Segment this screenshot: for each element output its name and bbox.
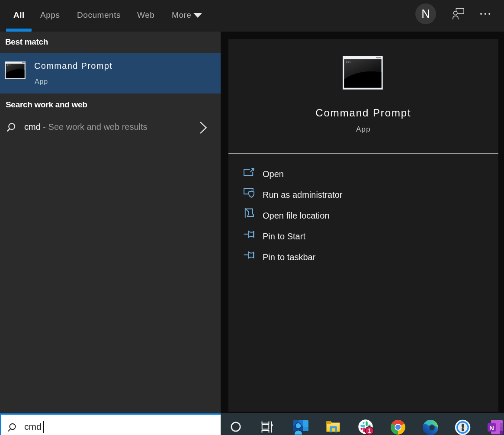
svg-text:C:\_: C:\_ — [346, 61, 353, 64]
svg-text:N: N — [489, 424, 494, 432]
svg-text:C:\_: C:\_ — [7, 64, 12, 66]
svg-text:1: 1 — [368, 427, 371, 434]
